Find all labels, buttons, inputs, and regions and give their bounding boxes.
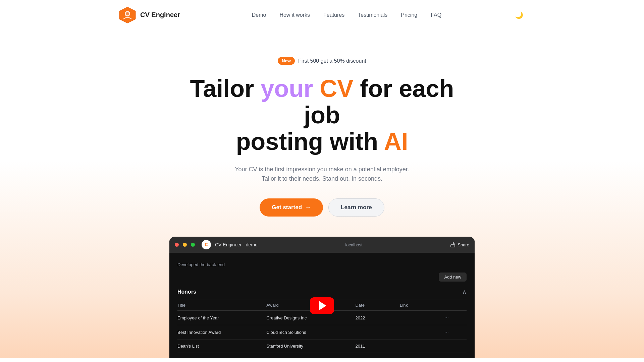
demo-preview: C CV Engineer - demo localhost Share Dev… <box>169 237 475 358</box>
browser-title: CV Engineer - demo <box>215 242 258 247</box>
browser-dot-yellow <box>183 243 187 247</box>
nav-features[interactable]: Features <box>323 12 344 18</box>
hero-title-part3: posting with <box>236 128 384 155</box>
row1-award: Creative Designs Inc <box>266 315 355 320</box>
hero-title-ai: AI <box>384 128 408 155</box>
nav-demo[interactable]: Demo <box>252 12 266 18</box>
demo-app-content: Developed the back-end Add new Honors ∧ … <box>169 253 475 358</box>
hero-subtitle-line1: Your CV is the first impression you make… <box>235 166 409 173</box>
row1-title: Employee of the Year <box>177 315 266 320</box>
demo-developed-text: Developed the back-end <box>177 261 467 268</box>
get-started-label: Get started <box>272 204 302 211</box>
browser-url: localhost <box>262 242 446 247</box>
hero-section: New First 500 get a 50% discount Tailor … <box>0 30 644 358</box>
browser-dot-red <box>175 243 179 247</box>
demo-th-date: Date <box>355 303 400 308</box>
demo-honors-toggle[interactable]: ∧ <box>462 288 467 296</box>
row3-title: Dean's List <box>177 344 266 349</box>
browser-bar: C CV Engineer - demo localhost Share <box>169 237 475 253</box>
navbar: CV Engineer Demo How it works Features T… <box>0 0 644 30</box>
nav-actions: 🌙 <box>513 9 525 21</box>
svg-rect-3 <box>451 245 455 247</box>
browser-logo: C <box>202 240 211 249</box>
demo-th-link: Link <box>400 303 444 308</box>
row2-title: Best Innovation Award <box>177 330 266 335</box>
nav-links: Demo How it works Features Testimonials … <box>252 12 441 18</box>
hero-title-space <box>313 75 320 102</box>
nav-pricing[interactable]: Pricing <box>401 12 417 18</box>
row3-date: 2011 <box>355 344 400 349</box>
badge-promo-text: First 500 get a 50% discount <box>298 58 366 64</box>
logo-text: CV Engineer <box>140 11 180 19</box>
youtube-play-button[interactable] <box>310 297 334 314</box>
demo-add-new-button[interactable]: Add new <box>439 273 467 282</box>
promo-badge: New First 500 get a 50% discount <box>278 57 366 65</box>
arrow-icon: → <box>305 204 311 211</box>
hero-buttons: Get started → Learn more <box>260 198 384 217</box>
video-play-overlay[interactable] <box>310 297 334 314</box>
hero-title-cv: CV <box>320 75 353 102</box>
hero-subtitle-line2: Tailor it to their needs. Stand out. In … <box>262 175 382 182</box>
hero-title-your: your <box>261 75 313 102</box>
nav-testimonials[interactable]: Testimonials <box>358 12 387 18</box>
row1-actions[interactable]: ··· <box>444 315 467 321</box>
demo-th-title: Title <box>177 303 266 308</box>
hero-title: Tailor your CV for each job posting with… <box>171 75 473 155</box>
browser-share[interactable]: Share <box>450 242 469 247</box>
demo-honors-title: Honors <box>177 289 196 295</box>
row1-date: 2022 <box>355 315 400 320</box>
nav-how-it-works[interactable]: How it works <box>279 12 310 18</box>
learn-more-button[interactable]: Learn more <box>328 198 384 217</box>
browser-dot-green <box>191 243 195 247</box>
row2-award: CloudTech Solutions <box>266 330 355 335</box>
table-row: Best Innovation Award CloudTech Solution… <box>177 325 467 340</box>
hero-subtitle: Your CV is the first impression you make… <box>235 165 409 184</box>
hero-title-part1: Tailor <box>190 75 261 102</box>
svg-rect-2 <box>126 12 129 15</box>
play-icon <box>319 301 326 310</box>
nav-logo[interactable]: CV Engineer <box>119 6 180 24</box>
badge-new-label: New <box>278 57 295 65</box>
nav-faq[interactable]: FAQ <box>431 12 441 18</box>
get-started-button[interactable]: Get started → <box>260 198 323 217</box>
demo-th-actions <box>444 303 467 308</box>
demo-add-new-area: Add new <box>177 270 467 284</box>
learn-more-label: Learn more <box>341 204 372 210</box>
row3-award: Stanford University <box>266 344 355 349</box>
demo-top-area: Developed the back-end <box>177 258 467 270</box>
dark-mode-toggle[interactable]: 🌙 <box>513 9 525 21</box>
logo-icon <box>119 6 136 24</box>
table-row: Dean's List Stanford University 2011 <box>177 340 467 353</box>
share-label: Share <box>458 242 469 247</box>
row2-actions[interactable]: ··· <box>444 329 467 335</box>
